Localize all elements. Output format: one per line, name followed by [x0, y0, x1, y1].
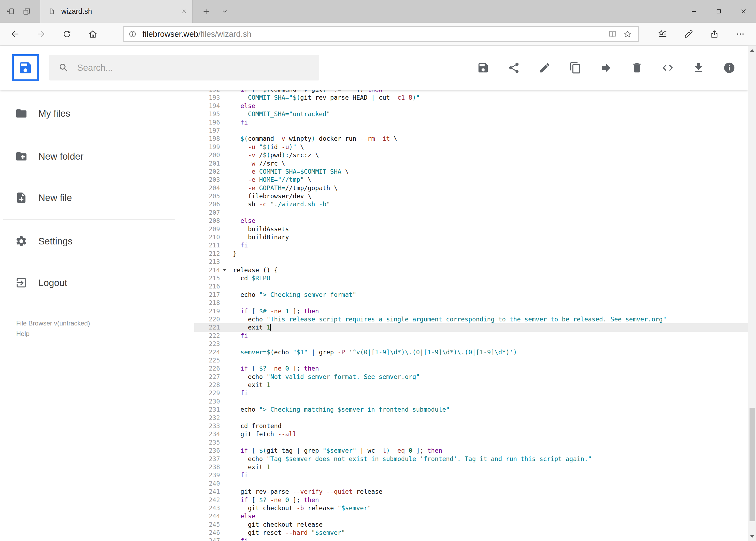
code-line[interactable]: 204 -e GOPATH=//tmp/gopath \: [194, 184, 748, 192]
maximize-button[interactable]: [706, 0, 731, 23]
move-button[interactable]: [600, 62, 613, 74]
share-button[interactable]: [508, 62, 520, 74]
code-line[interactable]: 238 exit 1: [194, 463, 748, 471]
code-line[interactable]: 219 if [ $# -ne 1 ]; then: [194, 307, 748, 315]
code-line[interactable]: 210 buildBinary: [194, 233, 748, 241]
new-tab-button[interactable]: [202, 0, 210, 23]
code-line[interactable]: 212}: [194, 250, 748, 258]
filebrowser-logo[interactable]: [12, 54, 39, 81]
code-line[interactable]: 213: [194, 258, 748, 266]
code-line[interactable]: 206 sh -c "./wizard.sh -b": [194, 200, 748, 208]
scroll-up-button[interactable]: [748, 46, 756, 55]
code-line[interactable]: 236 if [ $(git tag | grep "$semver" | wc…: [194, 446, 748, 455]
fold-open-icon[interactable]: [220, 266, 229, 274]
forward-button[interactable]: [28, 22, 54, 46]
code-line[interactable]: 215 cd $REPO: [194, 274, 748, 282]
code-line[interactable]: 208 else: [194, 217, 748, 225]
code-editor[interactable]: 192 if [ "$(command -v git)" != "" ]; th…: [194, 90, 748, 541]
code-line[interactable]: 225: [194, 356, 748, 364]
code-line[interactable]: 197: [194, 126, 748, 135]
code-line[interactable]: 232: [194, 414, 748, 422]
code-line[interactable]: 202 -e COMMIT_SHA=$COMMIT_SHA \: [194, 168, 748, 176]
code-line[interactable]: 203 -e HOME="//tmp" \: [194, 176, 748, 184]
sidebar-item-my-files[interactable]: My files: [0, 99, 194, 128]
code-line[interactable]: 246 git reset --hard "$semver": [194, 529, 748, 537]
code-line[interactable]: 201 -w //src \: [194, 159, 748, 168]
web-note-button[interactable]: [675, 22, 701, 46]
browser-tab-wizard-sh[interactable]: wizard.sh: [40, 0, 193, 23]
tab-preview-toggle-button[interactable]: [221, 0, 228, 23]
code-line[interactable]: 196 fi: [194, 118, 748, 126]
code-line[interactable]: 228 exit 1: [194, 381, 748, 389]
code-line[interactable]: 207: [194, 209, 748, 217]
edit-button[interactable]: [539, 62, 551, 74]
code-view-button[interactable]: [661, 62, 674, 74]
code-line[interactable]: 239 fi: [194, 471, 748, 479]
help-link[interactable]: Help: [16, 329, 194, 339]
code-line[interactable]: 220 echo "This release script requires a…: [194, 315, 748, 323]
search-input[interactable]: [77, 63, 293, 73]
tab-close-button[interactable]: [181, 8, 187, 14]
code-line[interactable]: 242 if [ $? -ne 0 ]; then: [194, 496, 748, 504]
code-line[interactable]: 192 if [ "$(command -v git)" != "" ]; th…: [194, 90, 748, 94]
code-line[interactable]: 214release () {: [194, 266, 748, 274]
favorite-star-button[interactable]: [620, 27, 635, 41]
code-line[interactable]: 234 git fetch --all: [194, 430, 748, 438]
back-button[interactable]: [2, 22, 28, 46]
close-window-button[interactable]: [731, 0, 756, 23]
code-line[interactable]: 211 fi: [194, 241, 748, 249]
page-scrollbar[interactable]: [748, 46, 756, 541]
code-line[interactable]: 240: [194, 479, 748, 487]
reading-view-button[interactable]: [605, 27, 620, 41]
sidebar-item-new-file[interactable]: New file: [0, 183, 194, 213]
code-line[interactable]: 233 cd frontend: [194, 422, 748, 430]
sidebar-item-settings[interactable]: Settings: [0, 226, 194, 256]
delete-button[interactable]: [631, 62, 643, 74]
sidebar-item-logout[interactable]: Logout: [0, 268, 194, 297]
set-tabs-aside-button[interactable]: [6, 7, 15, 15]
code-line[interactable]: 245 git checkout release: [194, 520, 748, 529]
code-line[interactable]: 193 COMMIT_SHA="$(git rev-parse HEAD | c…: [194, 94, 748, 102]
favorites-hub-button[interactable]: [650, 22, 675, 46]
address-bar[interactable]: filebrowser.web/files/wizard.sh: [123, 26, 639, 42]
code-line[interactable]: 216: [194, 282, 748, 290]
code-line[interactable]: 231 echo "> Checking matching $semver in…: [194, 405, 748, 413]
home-button[interactable]: [80, 22, 106, 46]
code-line[interactable]: 217 echo "> Checking semver format": [194, 290, 748, 299]
code-line[interactable]: 195 COMMIT_SHA="untracked": [194, 110, 748, 118]
code-line[interactable]: 241 git rev-parse --verify --quiet relea…: [194, 487, 748, 496]
code-line[interactable]: 198 $(command -v winpty) docker run --rm…: [194, 135, 748, 143]
code-line[interactable]: 235: [194, 438, 748, 446]
code-line[interactable]: 226 if [ $? -ne 0 ]; then: [194, 364, 748, 372]
share-page-button[interactable]: [701, 22, 727, 46]
info-button[interactable]: [723, 62, 735, 74]
code-line[interactable]: 221 exit 1: [194, 323, 748, 331]
code-line[interactable]: 209 buildAssets: [194, 225, 748, 233]
minimize-button[interactable]: [681, 0, 706, 23]
refresh-button[interactable]: [54, 22, 80, 46]
code-line[interactable]: 237 echo "Tag $semver does not exist in …: [194, 455, 748, 463]
save-button[interactable]: [477, 62, 489, 74]
code-line[interactable]: 200 -v /$(pwd):/src:z \: [194, 151, 748, 159]
code-line[interactable]: 218: [194, 299, 748, 307]
code-line[interactable]: 244 else: [194, 512, 748, 520]
code-line[interactable]: 230: [194, 397, 748, 405]
scroll-down-button[interactable]: [748, 532, 756, 541]
search-box[interactable]: [49, 55, 319, 81]
code-line[interactable]: 205 filebrowser/dev \: [194, 192, 748, 200]
scrollbar-thumb[interactable]: [750, 408, 755, 521]
code-line[interactable]: 243 git checkout -b release "$semver": [194, 504, 748, 512]
code-line[interactable]: 229 fi: [194, 389, 748, 397]
code-line[interactable]: 227 echo "Not valid semver format. See s…: [194, 373, 748, 381]
code-line[interactable]: 224 semver=$(echo "$1" | grep -P '^v(0|[…: [194, 348, 748, 356]
code-line[interactable]: 199 -u "$(id -u)" \: [194, 143, 748, 151]
sidebar-item-new-folder[interactable]: New folder: [0, 142, 194, 171]
more-options-button[interactable]: [727, 22, 753, 46]
copy-button[interactable]: [569, 62, 582, 74]
tabs-set-aside-button[interactable]: [23, 7, 31, 15]
download-button[interactable]: [692, 62, 705, 74]
code-line[interactable]: 194 else: [194, 102, 748, 110]
code-line[interactable]: 222 fi: [194, 332, 748, 340]
code-line[interactable]: 223: [194, 340, 748, 348]
code-line[interactable]: 247 fi: [194, 537, 748, 541]
